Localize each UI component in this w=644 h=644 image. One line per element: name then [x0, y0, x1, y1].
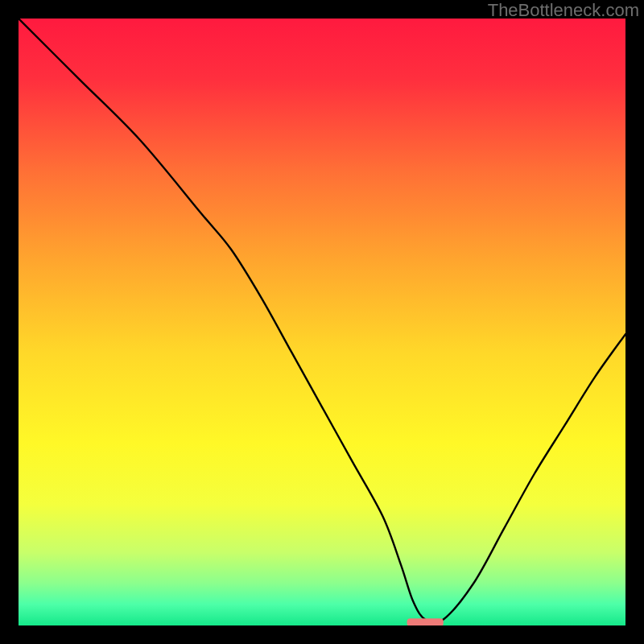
plot-area — [19, 19, 625, 625]
chart-svg — [19, 19, 625, 625]
optimum-marker — [407, 618, 444, 625]
chart-frame: TheBottleneck.com — [0, 0, 644, 644]
